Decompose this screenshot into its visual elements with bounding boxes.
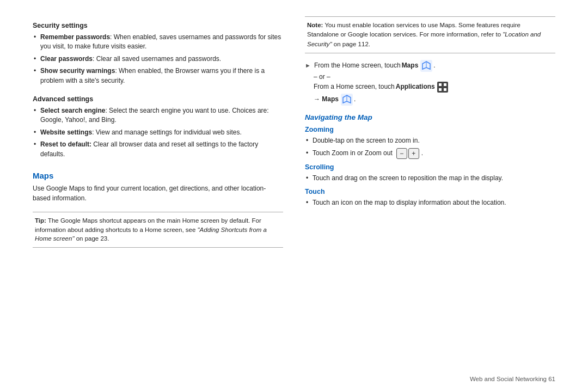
arrow-maps-text: → Maps	[314, 94, 339, 105]
right-column: Note: You must enable location services …	[305, 16, 555, 376]
security-bullets: Remember passwords: When enabled, saves …	[33, 33, 283, 85]
scrolling-section: Scrolling Touch and drag on the screen t…	[305, 163, 555, 183]
zoom-icons: − +	[396, 148, 419, 159]
maps-bold-label: Maps	[402, 60, 419, 71]
svg-rect-6	[439, 88, 442, 91]
zooming-bullets: Double-tap on the screen to zoom in. Tou…	[305, 136, 555, 159]
scrolling-heading: Scrolling	[305, 163, 555, 171]
svg-rect-5	[444, 83, 446, 86]
touch-heading: Touch	[305, 188, 555, 195]
touch-bullet-1: Touch an icon on the map to display info…	[305, 198, 555, 207]
zoom-in-icon: +	[408, 148, 419, 159]
security-settings-section: Security settings Remember passwords: Wh…	[33, 16, 283, 90]
zoom-bullet-1: Double-tap on the screen to zoom in.	[305, 136, 555, 145]
navigating-section: Navigating the Map Zooming Double-tap on…	[305, 113, 555, 212]
tip-label: Tip:	[35, 217, 46, 224]
text-website-settings: : View and manage settings for individua…	[92, 128, 242, 136]
maps-icon	[420, 60, 432, 72]
period2: .	[354, 94, 356, 105]
touch-text-1: Touch an icon on the map to display info…	[313, 199, 506, 206]
scroll-text-1: Touch and drag on the screen to repositi…	[313, 174, 503, 182]
term-warnings: Show security warnings	[40, 67, 115, 75]
bullet-show-warnings: Show security warnings: When enabled, th…	[33, 66, 283, 85]
bullet-website-settings: Website settings: View and manage settin…	[33, 128, 283, 137]
home-screen-instructions: ► From the Home screen, touch Maps . – o…	[305, 60, 555, 106]
or-separator: – or –	[314, 73, 555, 81]
advanced-settings-section: Advanced settings Select search engine: …	[33, 90, 283, 163]
navigating-title: Navigating the Map	[305, 113, 555, 121]
advanced-settings-heading: Advanced settings	[33, 95, 283, 103]
footer-label: Web and Social Networking	[470, 376, 547, 382]
maps-heading: Maps	[33, 171, 283, 180]
note-label: Note:	[307, 22, 323, 28]
term-clear: Clear passwords	[40, 55, 93, 63]
page-number: 61	[548, 376, 555, 382]
home-screen-prefix: From the Home screen, touch	[314, 60, 401, 71]
term-reset-default: Reset to default:	[40, 140, 91, 148]
zooming-heading: Zooming	[305, 126, 555, 133]
touch-section: Touch Touch an icon on the map to displa…	[305, 188, 555, 207]
arrow-maps-line: → Maps .	[305, 94, 555, 106]
page-footer: Web and Social Networking 61	[470, 376, 555, 382]
scroll-bullet-1: Touch and drag on the screen to repositi…	[305, 174, 555, 183]
security-settings-heading: Security settings	[33, 22, 283, 29]
bullet-reset-default: Reset to default: Clear all browser data…	[33, 140, 283, 159]
note-text: You must enable location services to use…	[307, 22, 520, 38]
term-remember: Remember passwords	[40, 33, 110, 41]
home-screen-line1: ► From the Home screen, touch Maps .	[305, 60, 555, 72]
tip-box: Tip: The Google Maps shortcut appears on…	[33, 212, 283, 248]
applications-icon	[437, 82, 448, 93]
left-column: Security settings Remember passwords: Wh…	[33, 16, 283, 376]
note-page-ref: on page 112.	[334, 41, 370, 47]
scrolling-bullets: Touch and drag on the screen to repositi…	[305, 174, 555, 183]
touch-bullets: Touch an icon on the map to display info…	[305, 198, 555, 207]
home-screen-line2: From a Home screen, touch Applications	[305, 82, 555, 93]
period: .	[433, 60, 435, 71]
term-website-settings: Website settings	[40, 128, 92, 136]
svg-rect-4	[439, 83, 442, 86]
maps-description: Use Google Maps to find your current loc…	[33, 183, 283, 203]
note-box: Note: You must enable location services …	[305, 16, 555, 53]
home-screen-prefix2: From a Home screen, touch	[314, 82, 395, 92]
advanced-bullets: Select search engine: Select the search …	[33, 106, 283, 159]
maps-icon2	[341, 94, 353, 106]
bullet-clear-passwords: Clear passwords: Clear all saved usernam…	[33, 54, 283, 64]
zoom-text-2: Touch Zoom in or Zoom out	[313, 149, 393, 158]
tip-page-ref: on page 23.	[76, 235, 109, 242]
text-clear: : Clear all saved usernames and password…	[93, 55, 221, 63]
zoom-text-1: Double-tap on the screen to zoom in.	[313, 137, 420, 144]
svg-rect-7	[444, 88, 446, 91]
bullet-remember-passwords: Remember passwords: When enabled, saves …	[33, 33, 283, 52]
zooming-section: Zooming Double-tap on the screen to zoom…	[305, 126, 555, 159]
zoom-period: .	[421, 149, 423, 158]
bullet-search-engine: Select search engine: Select the search …	[33, 106, 283, 125]
applications-bold: Applications	[396, 82, 435, 92]
zoom-bullet-2: Touch Zoom in or Zoom out − + .	[305, 148, 555, 159]
term-search-engine: Select search engine	[40, 107, 105, 114]
arrow-icon: ►	[305, 61, 311, 71]
zoom-out-icon: −	[396, 148, 407, 159]
